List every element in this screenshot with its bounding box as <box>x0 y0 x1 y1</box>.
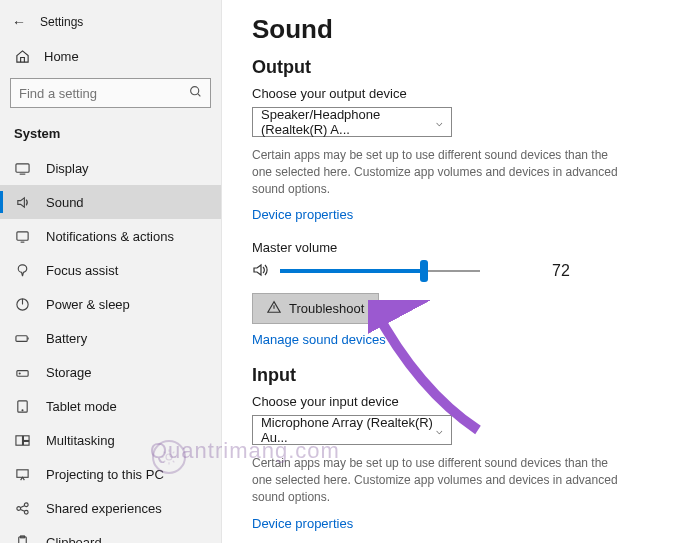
slider-thumb[interactable] <box>420 260 428 282</box>
sidebar-item-notifications[interactable]: Notifications & actions <box>0 219 221 253</box>
sidebar-item-storage[interactable]: Storage <box>0 355 221 389</box>
input-device-properties-link[interactable]: Device properties <box>252 516 353 531</box>
sidebar-item-focus-assist[interactable]: Focus assist <box>0 253 221 287</box>
back-icon[interactable]: ← <box>12 14 26 30</box>
sidebar-item-power[interactable]: Power & sleep <box>0 287 221 321</box>
sidebar-item-battery[interactable]: Battery <box>0 321 221 355</box>
app-title: Settings <box>40 15 83 29</box>
projecting-icon <box>14 466 30 482</box>
power-icon <box>14 296 30 312</box>
output-choose-label: Choose your output device <box>252 86 670 101</box>
chevron-down-icon: ⌵ <box>436 116 443 129</box>
sidebar: ← Settings Home System Display Sound Not… <box>0 0 222 543</box>
svg-rect-5 <box>16 370 27 376</box>
multitasking-icon <box>14 432 30 448</box>
svg-rect-1 <box>15 163 28 171</box>
output-device-value: Speaker/Headphone (Realtek(R) A... <box>261 107 436 137</box>
sidebar-item-label: Battery <box>46 331 87 346</box>
sidebar-item-label: Tablet mode <box>46 399 117 414</box>
sidebar-item-label: Projecting to this PC <box>46 467 164 482</box>
sidebar-item-label: Clipboard <box>46 535 102 544</box>
sidebar-item-label: Home <box>44 49 79 64</box>
sidebar-item-home[interactable]: Home <box>0 40 221 72</box>
input-choose-label: Choose your input device <box>252 394 670 409</box>
troubleshoot-button[interactable]: Troubleshoot <box>252 293 379 324</box>
svg-point-0 <box>191 87 199 95</box>
sidebar-item-clipboard[interactable]: Clipboard <box>0 525 221 543</box>
sidebar-item-label: Display <box>46 161 89 176</box>
volume-value: 72 <box>552 262 570 280</box>
troubleshoot-label: Troubleshoot <box>289 301 364 316</box>
svg-rect-12 <box>16 469 27 477</box>
storage-icon <box>14 364 30 380</box>
display-icon <box>14 160 30 176</box>
category-header: System <box>0 118 221 151</box>
sidebar-item-label: Notifications & actions <box>46 229 174 244</box>
shared-icon <box>14 500 30 516</box>
output-desc: Certain apps may be set up to use differ… <box>252 147 622 197</box>
search-icon <box>189 85 202 101</box>
sidebar-item-label: Power & sleep <box>46 297 130 312</box>
svg-rect-9 <box>15 435 22 444</box>
svg-point-15 <box>24 510 28 514</box>
chevron-down-icon: ⌵ <box>436 424 443 437</box>
input-device-value: Microphone Array (Realtek(R) Au... <box>261 415 436 445</box>
battery-icon <box>14 330 30 346</box>
main-content: Sound Output Choose your output device S… <box>222 0 700 543</box>
search-field[interactable] <box>19 86 189 101</box>
svg-rect-2 <box>16 231 27 239</box>
sidebar-item-label: Sound <box>46 195 84 210</box>
page-title: Sound <box>252 14 670 45</box>
svg-rect-11 <box>23 441 29 445</box>
speaker-icon[interactable] <box>252 262 268 281</box>
svg-point-8 <box>22 409 23 410</box>
sidebar-item-projecting[interactable]: Projecting to this PC <box>0 457 221 491</box>
search-input[interactable] <box>10 78 211 108</box>
sidebar-item-sound[interactable]: Sound <box>0 185 221 219</box>
sidebar-item-tablet[interactable]: Tablet mode <box>0 389 221 423</box>
output-heading: Output <box>252 57 670 78</box>
volume-slider[interactable] <box>280 261 480 281</box>
sidebar-item-label: Focus assist <box>46 263 118 278</box>
output-device-combo[interactable]: Speaker/Headphone (Realtek(R) A... ⌵ <box>252 107 452 137</box>
sidebar-item-label: Shared experiences <box>46 501 162 516</box>
notifications-icon <box>14 228 30 244</box>
manage-sound-link[interactable]: Manage sound devices <box>252 332 670 347</box>
svg-rect-4 <box>15 335 26 341</box>
svg-point-14 <box>24 502 28 506</box>
search-wrap <box>0 72 221 118</box>
volume-row: 72 <box>252 261 670 281</box>
sidebar-item-label: Storage <box>46 365 92 380</box>
sidebar-item-shared[interactable]: Shared experiences <box>0 491 221 525</box>
sidebar-item-display[interactable]: Display <box>0 151 221 185</box>
sound-icon <box>14 194 30 210</box>
svg-point-13 <box>16 506 20 510</box>
svg-point-6 <box>19 372 20 373</box>
input-desc: Certain apps may be set up to use differ… <box>252 455 622 505</box>
input-device-combo[interactable]: Microphone Array (Realtek(R) Au... ⌵ <box>252 415 452 445</box>
sidebar-item-multitasking[interactable]: Multitasking <box>0 423 221 457</box>
clipboard-icon <box>14 534 30 543</box>
sidebar-item-label: Multitasking <box>46 433 115 448</box>
home-icon <box>14 48 30 64</box>
warning-icon <box>267 300 281 317</box>
master-volume-label: Master volume <box>252 240 670 255</box>
output-device-properties-link[interactable]: Device properties <box>252 207 353 222</box>
input-heading: Input <box>252 365 670 386</box>
sidebar-header: ← Settings <box>0 10 221 40</box>
focus-icon <box>14 262 30 278</box>
tablet-icon <box>14 398 30 414</box>
svg-rect-10 <box>23 435 29 440</box>
